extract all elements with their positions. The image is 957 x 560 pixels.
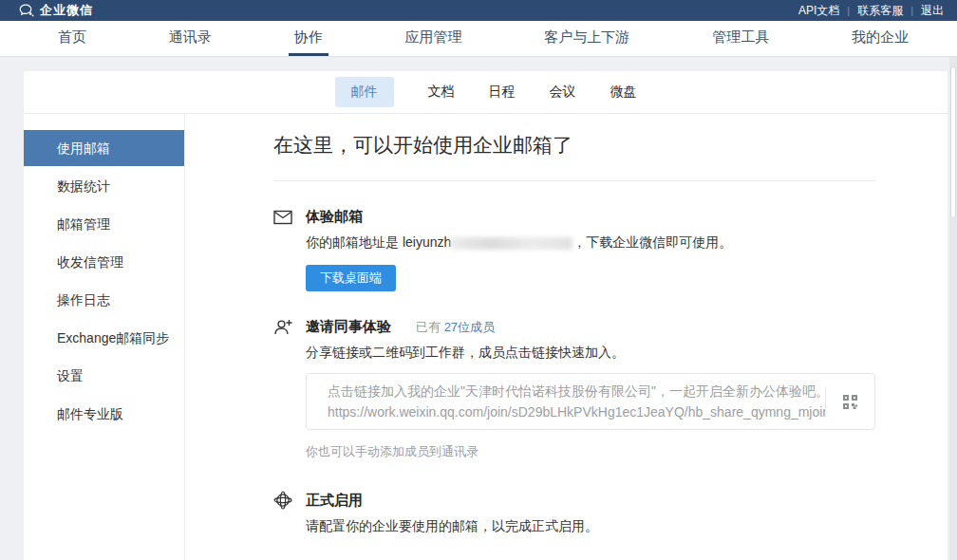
logout-link[interactable]: 退出 (921, 3, 944, 19)
nav-item-customers[interactable]: 客户与上下游 (538, 21, 635, 56)
member-count: 已有 27位成员 (416, 319, 495, 336)
topbar: 企业微信 API文档 | 联系客服 | 退出 (0, 0, 957, 21)
sidebar-item-operation-log[interactable]: 操作日志 (24, 282, 184, 318)
manual-add-hint: 你也可以手动添加成员到通讯录 (306, 443, 875, 460)
main-nav: 首页 通讯录 协作 应用管理 客户与上下游 管理工具 我的企业 (0, 21, 957, 57)
page-background: 邮件 文档 日程 会议 微盘 使用邮箱 数据统计 邮箱管理 收发信管理 操作日志… (0, 57, 957, 560)
sidebar-item-use-mailbox[interactable]: 使用邮箱 (24, 130, 184, 166)
nav-item-contacts[interactable]: 通讯录 (163, 21, 217, 56)
title-divider (273, 180, 875, 181)
compass-gyroscope-icon (273, 491, 292, 510)
sidebar-item-exchange-sync[interactable]: Exchange邮箱同步 (24, 320, 184, 356)
section-try-mailbox: 体验邮箱 你的邮箱地址是 leiyunzh，下载企业微信即可使用。 下载桌面端 (273, 208, 875, 291)
invite-heading: 邀请同事体验 (306, 318, 391, 336)
qr-code-icon[interactable] (825, 387, 874, 416)
activate-heading: 正式启用 (306, 492, 363, 510)
content-card: 邮件 文档 日程 会议 微盘 使用邮箱 数据统计 邮箱管理 收发信管理 操作日志… (24, 71, 948, 560)
tab-meeting[interactable]: 会议 (550, 77, 576, 107)
nav-item-home[interactable]: 首页 (52, 21, 92, 56)
share-url: https://work.weixin.qq.com/join/sD29bLHk… (328, 401, 825, 422)
brand: 企业微信 (19, 2, 93, 19)
separator: | (847, 5, 850, 16)
tab-calendar[interactable]: 日程 (489, 77, 516, 107)
section-activate: 正式启用 请配置你的企业要使用的邮箱，以完成正式启用。 (273, 491, 875, 535)
nav-item-admin-tools[interactable]: 管理工具 (706, 21, 775, 56)
tab-mail[interactable]: 邮件 (335, 77, 394, 107)
app-title: 企业微信 (40, 2, 93, 19)
section-invite: 邀请同事体验 已有 27位成员 分享链接或二维码到工作群，成员点击链接快速加入。… (273, 318, 875, 460)
sidebar-item-send-receive[interactable]: 收发信管理 (24, 244, 184, 280)
redacted-email (451, 237, 572, 250)
add-person-icon (273, 319, 292, 336)
download-desktop-button[interactable]: 下载桌面端 (306, 265, 396, 291)
main-content: 在这里，可以开始使用企业邮箱了 体验邮箱 (185, 114, 957, 560)
mail-envelope-icon (273, 210, 292, 225)
topbar-links: API文档 | 联系客服 | 退出 (798, 3, 944, 19)
tab-drive[interactable]: 微盘 (610, 77, 637, 107)
nav-item-apps[interactable]: 应用管理 (399, 21, 467, 56)
scrollbar-track[interactable] (949, 57, 957, 560)
page-title: 在这里，可以开始使用企业邮箱了 (273, 132, 875, 159)
mailbox-address-line: 你的邮箱地址是 leiyunzh，下载企业微信即可使用。 (306, 234, 875, 252)
collab-subtabs: 邮件 文档 日程 会议 微盘 (24, 71, 948, 114)
member-count-link[interactable]: 27位成员 (444, 320, 495, 334)
wechat-work-logo-icon (19, 4, 34, 17)
sidebar: 使用邮箱 数据统计 邮箱管理 收发信管理 操作日志 Exchange邮箱同步 设… (24, 114, 185, 560)
try-mailbox-heading: 体验邮箱 (306, 208, 363, 226)
scrollbar-thumb[interactable] (950, 66, 956, 218)
api-docs-link[interactable]: API文档 (798, 3, 839, 19)
share-link-box: 点击链接加入我的企业"天津时代怡诺科技股份有限公司"，一起开启全新办公体验吧。 … (306, 373, 875, 430)
separator: | (910, 5, 913, 16)
contact-support-link[interactable]: 联系客服 (857, 3, 903, 19)
sidebar-item-settings[interactable]: 设置 (24, 358, 184, 394)
invite-desc: 分享链接或二维码到工作群，成员点击链接快速加入。 (306, 345, 875, 362)
sidebar-item-statistics[interactable]: 数据统计 (24, 168, 184, 204)
sidebar-item-mail-pro[interactable]: 邮件专业版 (24, 396, 184, 432)
nav-item-collaboration[interactable]: 协作 (289, 21, 328, 56)
share-text: 点击链接加入我的企业"天津时代怡诺科技股份有限公司"，一起开启全新办公体验吧。 (328, 381, 825, 401)
nav-item-my-company[interactable]: 我的企业 (846, 21, 914, 56)
activate-desc: 请配置你的企业要使用的邮箱，以完成正式启用。 (306, 518, 875, 535)
tab-docs[interactable]: 文档 (428, 77, 455, 107)
sidebar-item-mailbox-management[interactable]: 邮箱管理 (24, 206, 184, 242)
